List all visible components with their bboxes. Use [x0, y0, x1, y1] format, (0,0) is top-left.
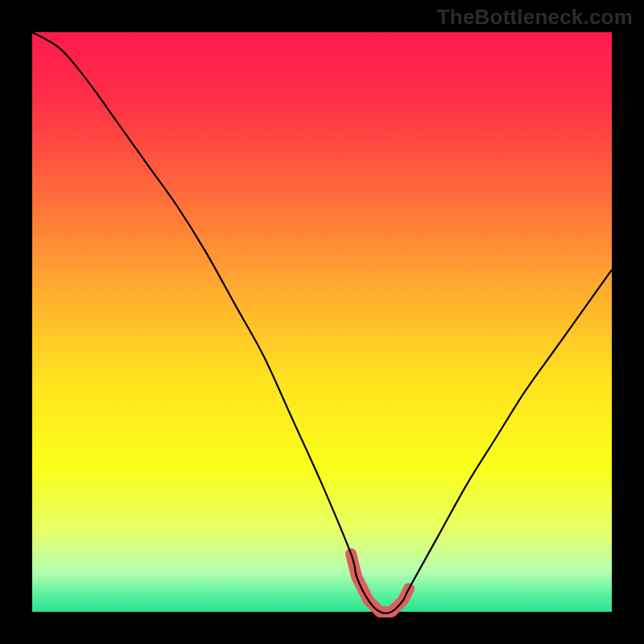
plot-area [32, 32, 612, 612]
bottleneck-curve [32, 32, 612, 613]
curve-layer [32, 32, 612, 612]
watermark-text: TheBottleneck.com [437, 5, 633, 30]
chart-frame: TheBottleneck.com [0, 0, 644, 644]
